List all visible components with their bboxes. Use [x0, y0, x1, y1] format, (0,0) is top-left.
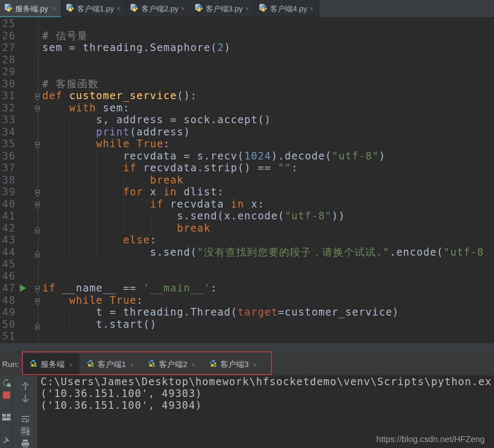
line-number: 35: [0, 138, 24, 150]
fold-start-icon[interactable]: [34, 188, 41, 196]
python-file-icon: [130, 4, 138, 14]
close-icon[interactable]: ×: [192, 361, 195, 368]
editor-tab-label: 客户端2.py: [141, 4, 178, 14]
code-line[interactable]: 48 while True:: [0, 294, 494, 307]
console-line: ('10.36.151.100', 49304): [41, 399, 494, 411]
indent-guide: [69, 114, 70, 258]
run-tab[interactable]: 客户端3×: [202, 354, 263, 375]
line-number: 33: [0, 114, 24, 126]
close-icon[interactable]: ×: [52, 5, 56, 13]
line-number: 30: [0, 78, 24, 90]
code-line[interactable]: 36 recvdata = s.recv(1024).decode("utf-8…: [0, 150, 494, 162]
python-file-icon: [195, 4, 203, 14]
fold-end-icon[interactable]: [34, 321, 41, 329]
run-label: Run:: [0, 360, 22, 375]
code-line[interactable]: 34 print(address): [0, 126, 494, 138]
close-icon[interactable]: ×: [245, 5, 249, 13]
code-line[interactable]: 43 else:: [0, 234, 494, 246]
down-arrow-icon[interactable]: [20, 394, 30, 404]
indent-guide: [96, 150, 97, 258]
editor-tab-label: 客户端4.py: [270, 4, 307, 14]
soft-wrap-icon[interactable]: [20, 415, 30, 424]
line-number: 42: [0, 222, 24, 235]
editor-tab[interactable]: 客户端4.py×: [255, 0, 319, 17]
code-line[interactable]: 40 if recvdata in x:: [0, 198, 494, 211]
line-number: 46: [0, 270, 24, 283]
code-line[interactable]: 51: [0, 330, 494, 343]
code-line[interactable]: 50 t.start(): [0, 318, 494, 331]
fold-start-icon[interactable]: [34, 297, 41, 305]
editor[interactable]: 2526# 信号量27sem = threading.Semaphore(2)2…: [0, 18, 494, 343]
code-line[interactable]: 28: [0, 54, 494, 66]
console-line: C:\Users\James\Desktop\homework\hfsocket…: [41, 376, 494, 388]
up-arrow-icon[interactable]: [20, 381, 30, 391]
code-line[interactable]: 33 s, address = sock.accept(): [0, 114, 494, 126]
close-icon[interactable]: ×: [181, 5, 185, 13]
run-tab-label: 客户端2: [159, 359, 187, 370]
close-icon[interactable]: ×: [309, 5, 313, 13]
code-line[interactable]: 32 with sem:: [0, 102, 494, 114]
editor-tab[interactable]: 服务端.py×: [0, 0, 62, 17]
code-line[interactable]: 38 break: [0, 174, 494, 186]
code-line[interactable]: 37 if recvdata.strip() == "":: [0, 162, 494, 174]
run-panel-header: Run: 服务端×客户端1×客户端2×客户端3×: [0, 351, 494, 375]
python-run-icon: [147, 359, 155, 370]
line-number: 45: [0, 258, 24, 270]
restore-layout-icon[interactable]: [1, 413, 11, 421]
fold-start-icon[interactable]: [34, 140, 41, 148]
code-line[interactable]: 44 s.send("没有查找到您要的段子，请换个试试.".encode("ut…: [0, 246, 494, 259]
code-line[interactable]: 35 while True:: [0, 138, 494, 150]
fold-start-icon[interactable]: [34, 92, 41, 100]
fold-start-icon[interactable]: [34, 200, 41, 208]
code-line[interactable]: 31def customer_service():: [0, 90, 494, 102]
scroll-to-end-icon[interactable]: [20, 426, 30, 436]
code-line[interactable]: 27sem = threading.Semaphore(2): [0, 42, 494, 54]
code-line[interactable]: 45: [0, 258, 494, 270]
indent-guide: [69, 306, 70, 330]
editor-tab[interactable]: 客户端1.py×: [62, 0, 126, 17]
stop-icon[interactable]: [1, 391, 11, 399]
fold-end-icon[interactable]: [34, 248, 41, 256]
print-icon[interactable]: [20, 439, 30, 448]
code-line[interactable]: 39 for x in dlist:: [0, 186, 494, 198]
fold-start-icon[interactable]: [34, 104, 41, 112]
line-number: 39: [0, 186, 24, 198]
line-number: 43: [0, 234, 24, 246]
code-line[interactable]: 29: [0, 66, 494, 78]
code-line[interactable]: 41 s.send(x.encode("utf-8")): [0, 210, 494, 222]
run-line-icon[interactable]: [19, 283, 27, 293]
editor-tab[interactable]: 客户端3.py×: [190, 0, 255, 17]
python-run-icon: [86, 359, 94, 370]
line-number: 44: [0, 246, 24, 259]
run-tab-label: 客户端3: [220, 359, 249, 370]
line-number: 51: [0, 330, 24, 343]
python-file-icon: [259, 4, 267, 14]
code-line[interactable]: 49 t = threading.Thread(target=customer_…: [0, 306, 494, 318]
close-icon[interactable]: ×: [117, 5, 120, 13]
code-line[interactable]: 46: [0, 270, 494, 283]
close-icon[interactable]: ×: [253, 361, 257, 368]
code-line[interactable]: 25: [0, 18, 494, 30]
console-line: ('10.36.151.100', 49303): [41, 388, 494, 399]
rerun-icon[interactable]: [1, 378, 11, 387]
code-line[interactable]: 42 break: [0, 222, 494, 235]
indent-guide: [123, 174, 124, 234]
code-line[interactable]: 47if __name__ == '__main__':: [0, 282, 494, 294]
run-tab[interactable]: 客户端2×: [141, 354, 202, 375]
run-tab[interactable]: 服务端×: [22, 354, 79, 375]
editor-tab[interactable]: 客户端2.py×: [126, 0, 190, 17]
fold-end-icon[interactable]: [34, 224, 41, 232]
run-tab[interactable]: 客户端1×: [79, 354, 141, 375]
python-run-icon: [209, 359, 217, 370]
line-number: 48: [0, 294, 24, 307]
fold-start-icon[interactable]: [34, 284, 41, 292]
run-toolbar-right: [13, 375, 37, 448]
line-number: 50: [0, 318, 24, 331]
code-line[interactable]: 26# 信号量: [0, 30, 494, 42]
close-icon[interactable]: ×: [69, 361, 73, 368]
pin-icon[interactable]: [1, 436, 11, 444]
code-lines: 2526# 信号量27sem = threading.Semaphore(2)2…: [0, 18, 494, 343]
splitter[interactable]: [0, 343, 494, 351]
code-line[interactable]: 30# 客服函数: [0, 78, 494, 90]
close-icon[interactable]: ×: [130, 361, 134, 368]
